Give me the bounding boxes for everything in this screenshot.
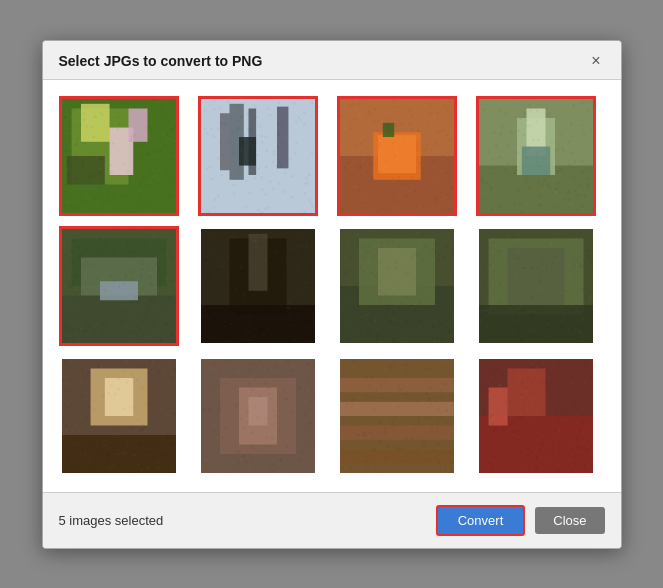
image-cell-0[interactable] bbox=[59, 96, 179, 216]
convert-button[interactable]: Convert bbox=[436, 505, 526, 536]
image-cell-2[interactable] bbox=[337, 96, 457, 216]
image-thumbnail-1 bbox=[201, 99, 315, 213]
convert-dialog: Select JPGs to convert to PNG × 5 images… bbox=[42, 40, 622, 549]
image-cell-8[interactable] bbox=[59, 356, 179, 476]
image-thumbnail-11 bbox=[479, 359, 593, 473]
image-thumbnail-8 bbox=[62, 359, 176, 473]
image-cell-11[interactable] bbox=[476, 356, 596, 476]
image-cell-9[interactable] bbox=[198, 356, 318, 476]
image-thumbnail-7 bbox=[479, 229, 593, 343]
image-cell-1[interactable] bbox=[198, 96, 318, 216]
image-thumbnail-9 bbox=[201, 359, 315, 473]
status-text: 5 images selected bbox=[59, 513, 164, 528]
image-cell-4[interactable] bbox=[59, 226, 179, 346]
close-button[interactable]: Close bbox=[535, 507, 604, 534]
dialog-header: Select JPGs to convert to PNG × bbox=[43, 41, 621, 80]
image-thumbnail-6 bbox=[340, 229, 454, 343]
image-thumbnail-3 bbox=[479, 99, 593, 213]
dialog-title: Select JPGs to convert to PNG bbox=[59, 53, 263, 69]
image-thumbnail-4 bbox=[62, 229, 176, 343]
dialog-close-button[interactable]: × bbox=[587, 53, 604, 69]
image-cell-10[interactable] bbox=[337, 356, 457, 476]
image-thumbnail-2 bbox=[340, 99, 454, 213]
image-cell-7[interactable] bbox=[476, 226, 596, 346]
image-thumbnail-0 bbox=[62, 99, 176, 213]
image-cell-5[interactable] bbox=[198, 226, 318, 346]
dialog-footer: 5 images selected Convert Close bbox=[43, 492, 621, 548]
image-thumbnail-5 bbox=[201, 229, 315, 343]
dialog-body bbox=[43, 80, 621, 492]
image-cell-3[interactable] bbox=[476, 96, 596, 216]
image-cell-6[interactable] bbox=[337, 226, 457, 346]
image-thumbnail-10 bbox=[340, 359, 454, 473]
image-grid bbox=[59, 96, 605, 476]
